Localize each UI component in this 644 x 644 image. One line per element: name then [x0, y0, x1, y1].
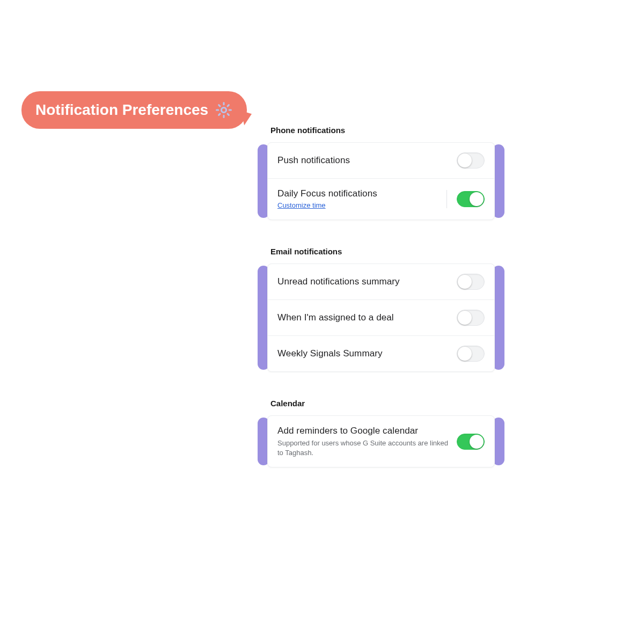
row-google-calendar: Add reminders to Google calendar Support…	[268, 416, 494, 467]
row-title: Weekly Signals Summary	[277, 348, 448, 359]
section-label-email: Email notifications	[270, 247, 504, 256]
section-calendar: Add reminders to Google calendar Support…	[258, 415, 504, 467]
section-label-calendar: Calendar	[270, 399, 504, 408]
toggle-push-notifications[interactable]	[457, 152, 485, 169]
toggle-google-calendar[interactable]	[457, 434, 485, 450]
row-daily-focus: Daily Focus notifications Customize time	[268, 178, 494, 219]
row-text: Daily Focus notifications Customize time	[277, 188, 438, 210]
section-phone: Push notifications Daily Focus notificat…	[258, 142, 504, 220]
row-title: Push notifications	[277, 155, 448, 166]
toggle-weekly-signals[interactable]	[457, 346, 485, 362]
section-email: Unread notifications summary When I'm as…	[258, 264, 504, 372]
row-text: When I'm assigned to a deal	[277, 312, 448, 323]
page-title-bubble: Notification Preferences	[21, 91, 247, 129]
row-assigned-deal: When I'm assigned to a deal	[268, 299, 494, 335]
card-email: Unread notifications summary When I'm as…	[267, 264, 495, 372]
row-title: Add reminders to Google calendar	[277, 426, 448, 436]
svg-point-0	[222, 107, 226, 112]
row-text: Unread notifications summary	[277, 276, 448, 287]
row-title: When I'm assigned to a deal	[277, 312, 448, 323]
row-title: Unread notifications summary	[277, 276, 448, 287]
card-calendar: Add reminders to Google calendar Support…	[267, 415, 495, 467]
settings-column: Phone notifications Push notifications D…	[258, 126, 504, 494]
toggle-assigned-deal[interactable]	[457, 310, 485, 326]
row-unread-summary: Unread notifications summary	[268, 264, 494, 299]
row-push-notifications: Push notifications	[268, 143, 494, 178]
page-title: Notification Preferences	[35, 103, 208, 118]
row-text: Push notifications	[277, 155, 448, 166]
row-text: Weekly Signals Summary	[277, 348, 448, 359]
toggle-daily-focus[interactable]	[457, 191, 485, 207]
row-subtitle: Supported for users whose G Suite accoun…	[277, 438, 448, 457]
row-text: Add reminders to Google calendar Support…	[277, 426, 448, 457]
row-title: Daily Focus notifications	[277, 188, 438, 199]
gear-icon	[215, 101, 233, 119]
customize-time-link[interactable]: Customize time	[277, 201, 326, 209]
toggle-unread-summary[interactable]	[457, 274, 485, 290]
row-weekly-signals: Weekly Signals Summary	[268, 335, 494, 371]
section-label-phone: Phone notifications	[270, 126, 504, 135]
divider-vertical	[447, 190, 447, 208]
card-phone: Push notifications Daily Focus notificat…	[267, 142, 495, 220]
